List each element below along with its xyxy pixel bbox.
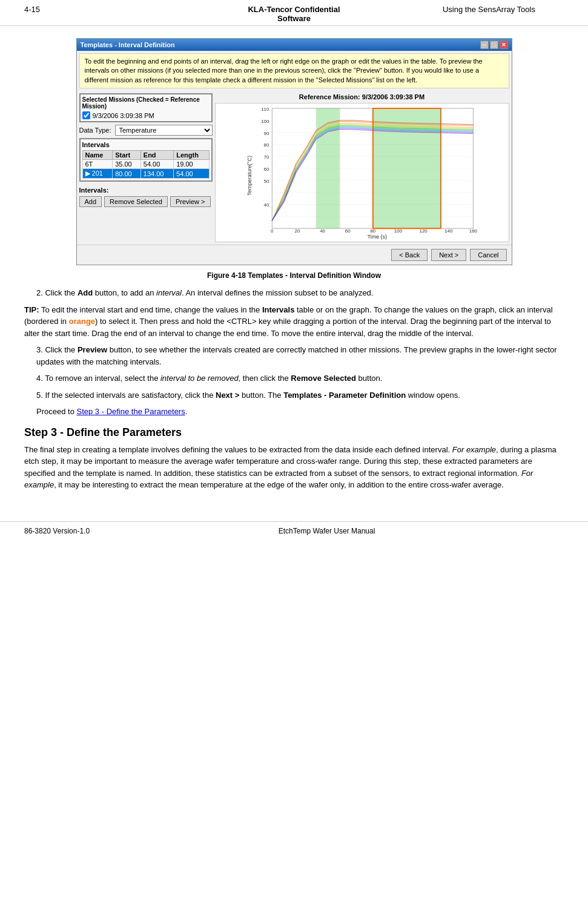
svg-text:0: 0 xyxy=(271,228,274,234)
footer-center: EtchTemp Wafer User Manual xyxy=(279,527,375,535)
svg-text:60: 60 xyxy=(263,167,269,172)
interval-to-remove-italic: interval to be removed xyxy=(160,374,239,383)
row1-end: 54.00 xyxy=(140,160,173,169)
numbered-item-4: 4. To remove an interval, select the int… xyxy=(36,372,564,385)
add-label: Add xyxy=(78,288,93,297)
body-text: 2. Click the Add button, to add an inter… xyxy=(24,287,564,418)
svg-text:50: 50 xyxy=(263,179,269,184)
step3-heading: Step 3 - Define the Parameters xyxy=(24,426,564,439)
row1-name: 6T xyxy=(82,160,113,169)
interval-italic: interval xyxy=(156,288,182,297)
svg-text:90: 90 xyxy=(263,131,269,136)
row1-length: 19.00 xyxy=(174,160,209,169)
table-header-row: Name Start End Length xyxy=(82,151,209,160)
row2-start: 80.00 xyxy=(113,169,141,179)
svg-text:40: 40 xyxy=(263,203,269,208)
page-footer: 86-3820 Version-1.0 EtchTemp Wafer User … xyxy=(0,521,588,540)
numbered-item-3: 3. Click the Preview button, to see whet… xyxy=(36,344,564,368)
header-title-line2: Software xyxy=(248,14,340,23)
minimize-button[interactable]: ─ xyxy=(480,41,489,49)
col-length-header: Length xyxy=(174,151,209,160)
intervals-section-label: Intervals xyxy=(82,141,210,148)
dialog-footer: < Back Next > Cancel xyxy=(77,245,512,265)
table-row[interactable]: 6T 35.00 54.00 19.00 xyxy=(82,160,209,169)
intervals-bold: Intervals xyxy=(262,305,294,314)
table-row[interactable]: 201 80.00 134.00 54.00 xyxy=(82,169,209,179)
titlebar-buttons: ─ □ ✕ xyxy=(480,41,508,49)
intervals-buttons: Add Remove Selected Preview > xyxy=(79,196,213,207)
header-center: KLA-Tencor Confidential Software xyxy=(248,5,340,23)
svg-text:100: 100 xyxy=(394,228,402,234)
maximize-button[interactable]: □ xyxy=(490,41,498,49)
svg-text:80: 80 xyxy=(263,143,269,148)
footer-left: 86-3820 Version-1.0 xyxy=(24,527,90,535)
tip-label: TIP: xyxy=(24,305,39,314)
svg-text:100: 100 xyxy=(261,119,269,124)
mission-checkbox[interactable] xyxy=(82,111,90,119)
page-content: Templates - Interval Definition ─ □ ✕ To… xyxy=(0,26,588,509)
data-type-row: Data Type: Temperature xyxy=(79,125,213,136)
col-name-header: Name xyxy=(82,151,113,160)
step3-para: The final step in creating a template in… xyxy=(24,444,564,491)
instruction-text: To edit the beginning and end points of … xyxy=(85,58,483,84)
svg-text:70: 70 xyxy=(263,154,269,160)
svg-text:Time (s): Time (s) xyxy=(367,234,386,240)
preview-bold: Preview xyxy=(78,345,107,354)
templates-param-bold: Templates - Parameter Definition xyxy=(283,391,406,400)
chart-svg: Temperature(°C) Time (s) xyxy=(216,104,509,242)
col-end-header: End xyxy=(140,151,173,160)
svg-text:40: 40 xyxy=(320,228,325,234)
step3-text: The final step in creating a template in… xyxy=(24,444,564,491)
page-header: 4-15 KLA-Tencor Confidential Software Us… xyxy=(0,0,588,26)
row2-name: 201 xyxy=(82,169,113,179)
svg-text:120: 120 xyxy=(419,228,428,234)
close-button[interactable]: ✕ xyxy=(500,41,508,49)
next-bold: Next > xyxy=(216,391,239,400)
dialog-left-panel: Selected Missions (Checked = Reference M… xyxy=(79,93,213,242)
svg-text:160: 160 xyxy=(469,228,477,234)
dialog-titlebar: Templates - Interval Definition ─ □ ✕ xyxy=(77,39,512,51)
header-title-line1: KLA-Tencor Confidential xyxy=(248,5,340,14)
mission-label: 9/3/2006 3:09:38 PM xyxy=(93,112,154,119)
missions-panel: Selected Missions (Checked = Reference M… xyxy=(79,93,213,122)
row2-length: 54.00 xyxy=(174,169,209,179)
orange-text: orange xyxy=(69,317,95,326)
dialog-title: Templates - Interval Definition xyxy=(81,41,175,48)
page-number: 4-15 xyxy=(24,5,145,14)
remove-selected-button[interactable]: Remove Selected xyxy=(104,196,168,207)
figure-caption: Figure 4-18 Templates - Interval Definit… xyxy=(24,271,564,280)
for-example-italic: For example xyxy=(452,445,496,454)
data-type-label: Data Type: xyxy=(79,127,111,134)
col-start-header: Start xyxy=(113,151,141,160)
chart-area: Temperature(°C) Time (s) xyxy=(215,103,509,242)
svg-text:110: 110 xyxy=(261,107,269,112)
cancel-button[interactable]: Cancel xyxy=(470,249,506,261)
dialog-window: Templates - Interval Definition ─ □ ✕ To… xyxy=(76,38,512,265)
dialog-body: Selected Missions (Checked = Reference M… xyxy=(77,91,512,245)
for-example2-italic: For example xyxy=(24,469,533,490)
svg-text:Temperature(°C): Temperature(°C) xyxy=(246,156,252,196)
svg-text:60: 60 xyxy=(345,228,350,234)
row2-end: 134.00 xyxy=(140,169,173,179)
svg-text:80: 80 xyxy=(370,228,375,234)
chart-title: Reference Mission: 9/3/2006 3:09:38 PM xyxy=(215,93,509,101)
numbered-item-5: 5. If the selected intervals are satisfa… xyxy=(36,389,564,401)
row1-start: 35.00 xyxy=(113,160,141,169)
next-button[interactable]: Next > xyxy=(431,249,466,261)
numbered-item-2: 2. Click the Add button, to add an inter… xyxy=(36,287,564,299)
preview-button[interactable]: Preview > xyxy=(170,196,211,207)
dialog-right-panel: Reference Mission: 9/3/2006 3:09:38 PM T… xyxy=(215,93,509,242)
back-button[interactable]: < Back xyxy=(391,249,428,261)
svg-text:20: 20 xyxy=(294,228,300,234)
svg-text:140: 140 xyxy=(444,228,453,234)
dialog-instruction: To edit the beginning and end points of … xyxy=(79,53,509,88)
subpara-proceed: Proceed to Step 3 - Define the Parameter… xyxy=(36,406,564,418)
missions-panel-title: Selected Missions (Checked = Reference M… xyxy=(82,96,210,110)
add-button[interactable]: Add xyxy=(79,196,102,207)
intervals-table: Name Start End Length 6T 35.00 54.00 xyxy=(82,150,210,179)
data-type-select[interactable]: Temperature xyxy=(115,125,213,136)
step3-link[interactable]: Step 3 - Define the Parameters xyxy=(77,407,185,416)
intervals-label: Intervals: xyxy=(79,187,213,194)
remove-selected-bold: Remove Selected xyxy=(291,374,356,383)
header-right: Using the SensArray Tools xyxy=(443,5,564,14)
